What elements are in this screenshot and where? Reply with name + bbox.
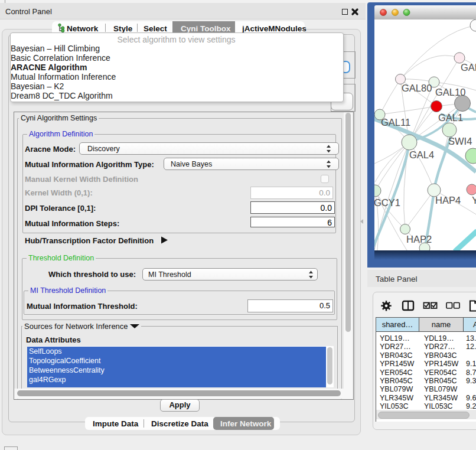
svg-text:GAL: GAL (461, 62, 476, 73)
svg-text:HAP4: HAP4 (435, 195, 461, 206)
svg-text:GAL80: GAL80 (402, 83, 432, 93)
svg-text:GCY1: GCY1 (374, 197, 400, 208)
svg-text:GAL1: GAL1 (438, 112, 463, 123)
svg-text:GAL4: GAL4 (409, 149, 434, 160)
svg-text:GAL11: GAL11 (381, 117, 410, 128)
svg-text:GAL10: GAL10 (435, 87, 465, 97)
svg-text:Y: Y (472, 195, 476, 206)
svg-text:HAP2: HAP2 (406, 234, 432, 244)
svg-text:SWI4: SWI4 (448, 136, 472, 146)
